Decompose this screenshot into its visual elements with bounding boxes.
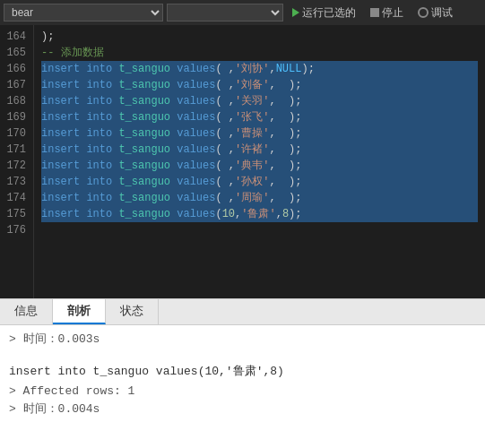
code-line-170: insert into t_sanguo values( ,'曹操', ); — [41, 125, 478, 142]
code-line-174: insert into t_sanguo values( ,'周瑜', ); — [41, 190, 478, 206]
output-spacer — [9, 349, 476, 358]
line-num-172: 172 — [4, 158, 26, 174]
line-num-176: 176 — [4, 222, 26, 238]
line-num-175: 175 — [4, 206, 26, 222]
tab-profiling[interactable]: 剖析 — [53, 299, 106, 324]
line-num-171: 171 — [4, 142, 26, 158]
line-num-174: 174 — [4, 190, 26, 206]
code-line-175: insert into t_sanguo values(10,'鲁肃',8); — [41, 206, 478, 222]
db-selector[interactable]: bear — [4, 4, 163, 22]
output-time-1: > 时间：0.003s — [9, 331, 476, 349]
stop-label: 停止 — [382, 5, 403, 21]
output-affected: > Affected rows: 1 — [9, 383, 476, 401]
output-query: insert into t_sanguo values(10,'鲁肃',8) — [9, 363, 476, 381]
line-num-173: 173 — [4, 174, 26, 190]
code-line-166: insert into t_sanguo values( ,'刘协',NULL)… — [41, 61, 478, 77]
line-num-169: 169 — [4, 109, 26, 125]
tab-status[interactable]: 状态 — [106, 299, 159, 324]
code-line-165: -- 添加数据 — [41, 45, 478, 61]
stop-button[interactable]: 停止 — [365, 4, 409, 22]
line-num-167: 167 — [4, 77, 26, 93]
code-line-168: insert into t_sanguo values( ,'关羽', ); — [41, 93, 478, 109]
line-num-164: 164 — [4, 29, 26, 45]
line-numbers: 164 165 166 167 168 169 170 171 172 173 … — [0, 25, 34, 298]
schema-selector[interactable] — [167, 4, 283, 22]
tabs-bar: 信息 剖析 状态 — [0, 298, 485, 325]
stop-icon — [370, 8, 379, 17]
line-num-168: 168 — [4, 93, 26, 109]
code-line-176 — [41, 222, 478, 238]
tab-info[interactable]: 信息 — [0, 299, 53, 324]
line-num-170: 170 — [4, 125, 26, 142]
toolbar: bear 运行已选的 停止 调试 — [0, 0, 485, 25]
debug-button[interactable]: 调试 — [412, 4, 458, 22]
code-line-173: insert into t_sanguo values( ,'孙权', ); — [41, 174, 478, 190]
run-selected-button[interactable]: 运行已选的 — [287, 4, 361, 22]
line-num-165: 165 — [4, 45, 26, 61]
code-editor: 164 165 166 167 168 169 170 171 172 173 … — [0, 25, 485, 298]
code-line-169: insert into t_sanguo values( ,'张飞', ); — [41, 109, 478, 125]
code-line-172: insert into t_sanguo values( ,'典韦', ); — [41, 158, 478, 174]
code-line-171: insert into t_sanguo values( ,'许褚', ); — [41, 142, 478, 158]
play-icon — [292, 8, 299, 17]
code-line-167: insert into t_sanguo values( ,'刘备', ); — [41, 77, 478, 93]
output-time-2: > 时间：0.004s — [9, 401, 476, 418]
line-num-166: 166 — [4, 61, 26, 77]
debug-icon — [418, 7, 429, 18]
debug-label: 调试 — [431, 5, 453, 21]
output-area: > 时间：0.003s insert into t_sanguo values(… — [0, 325, 485, 448]
code-content[interactable]: ); -- 添加数据 insert into t_sanguo values( … — [34, 25, 485, 298]
run-selected-label: 运行已选的 — [302, 5, 356, 21]
code-line-164: ); — [41, 29, 478, 45]
